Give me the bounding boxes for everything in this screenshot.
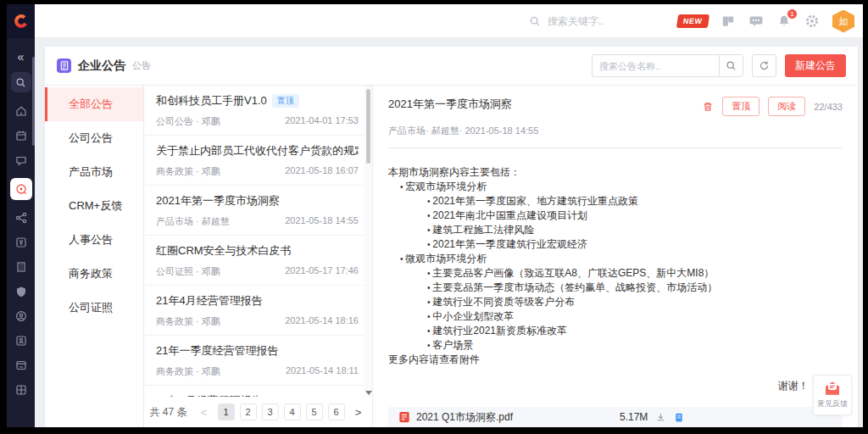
brand-c-logo [13,13,30,30]
global-search-placeholder: 搜索关键字.. [548,14,604,29]
feedback-button[interactable]: 意见反馈 [813,375,852,415]
pagination-next-button[interactable]: > [350,403,367,420]
contacts-icon[interactable] [14,334,28,348]
announcement-row[interactable]: 21年一季度经营管理报告 商务政策 · 邓鹏 2021-05-14 18:11 [144,336,372,386]
new-announcement-button[interactable]: 新建公告 [785,54,846,77]
announcement-row[interactable]: 关于禁止内部员工代收代付客户货款的规定【商... 商务政策 · 邓鹏 2021-… [144,136,372,186]
pagination-prev-button[interactable]: < [196,403,213,420]
announcement-meta: 产品市场 · 郝超慧 [156,215,230,228]
new-badge[interactable]: NEW [676,14,709,28]
nav-sidebar: « [7,4,35,427]
global-search-input[interactable]: 搜索关键字.. [529,4,604,38]
pin-button[interactable]: 置顶 [722,97,760,116]
bell-icon[interactable]: 1 [776,14,792,29]
security-shield-icon[interactable] [14,285,28,298]
schedule-icon[interactable] [14,129,28,142]
list-scrollbar[interactable] [364,86,372,397]
content-area: 全部公告 公司公告 产品市场 CRM+反馈 人事公告 商务政策 公司证照 和创科… [45,86,858,427]
kanban-icon[interactable] [721,14,736,29]
category-list: 全部公告 公司公告 产品市场 CRM+反馈 人事公告 商务政策 公司证照 [45,86,144,427]
announcement-time: 2021-05-14 18:16 [285,315,359,328]
pagination-page-6[interactable]: 6 [328,403,345,420]
preview-icon[interactable] [674,412,684,423]
topbar: 搜索关键字.. NEW 1 [35,4,863,38]
category-item-hr[interactable]: 人事公告 [45,223,143,257]
attachment-name: 2021 Q1市场洞察.pdf [416,410,620,425]
finance-icon[interactable] [14,236,28,249]
detail-body-line: 微观市场环境分析 [400,252,843,266]
delete-icon[interactable] [702,101,714,113]
company-icon[interactable] [14,260,28,274]
detail-title: 2021年第一季度市场洞察 [388,97,512,112]
pagination: 共 47 条 < 1 2 3 4 5 6 > [144,397,372,427]
home-icon[interactable] [14,104,28,118]
detail-body-line: 宏观市场环境分析 [400,180,843,194]
announcement-list-items: 和创科技员工手册V1.0 置顶 公司公告 · 邓鹏 2021-04-01 17:… [144,86,372,397]
sidebar-collapse-button[interactable]: « [18,50,25,64]
detail-body-line: 2021年第一季度建筑行业宏观经济 [427,237,843,252]
pagination-total: 共 47 条 [149,405,186,420]
message-icon[interactable] [14,153,28,167]
share-icon[interactable] [14,211,28,225]
detail-body-line: 主要竞品第一季度市场动态（签约赢单、战略投资、市场活动） [427,281,843,295]
announcement-row[interactable]: 红圈CRM安全与技术白皮书 公司证照 · 邓鹏 2021-05-17 17:46 [144,236,372,286]
gear-icon[interactable] [804,14,820,29]
announcement-time: 2021-05-18 14:55 [285,215,359,228]
download-icon[interactable] [655,412,666,423]
announcement-title: 21年一季度经营管理报告 [156,343,278,359]
device-card-icon[interactable] [14,359,28,372]
chat-icon[interactable] [748,14,764,29]
announcement-row[interactable]: 21年1月经营管理报告 商务政策 · 邓鹏 2021-05-14 18:04 [144,386,372,397]
detail-actions: 置顶 阅读 22/433 [702,97,843,116]
category-item-product[interactable]: 产品市场 [45,155,143,189]
detail-body-line: 建筑行业不同资质等级客户分布 [427,295,843,309]
service-user-icon[interactable] [14,309,28,323]
detail-body-line: 主要竞品客户画像（致远互联A8、广联达GEPS、新中大MI8） [427,266,843,281]
attachment-row[interactable]: 2021 Q1市场洞察.pdf 5.17M [388,407,843,427]
topbar-actions: NEW 1 [677,4,855,38]
assets-grid-icon[interactable] [14,383,28,397]
announcement-row[interactable]: 21年4月经营管理报告 商务政策 · 邓鹏 2021-05-14 18:16 [144,286,372,336]
read-button[interactable]: 阅读 [768,97,805,116]
announcement-row[interactable]: 和创科技员工手册V1.0 置顶 公司公告 · 邓鹏 2021-04-01 17:… [144,86,372,136]
detail-body-line: 2021年第一季度国家、地方建筑行业重点政策 [427,194,843,209]
app-logo[interactable] [7,4,35,38]
announcement-title: 关于禁止内部员工代收代付客户货款的规定【商... [156,143,359,159]
list-scrollbar-thumb[interactable] [366,89,370,164]
refresh-button[interactable] [752,54,776,77]
pagination-page-3[interactable]: 3 [262,403,279,420]
category-item-all[interactable]: 全部公告 [45,87,143,121]
detail-body-line: 建筑行业2021新资质标准改革 [427,324,843,338]
announcement-search-button[interactable] [719,54,743,77]
detail-body-line: 更多内容请查看附件 [388,353,843,367]
detail-body-line: 本期市场洞察内容主要包括： [388,165,843,180]
detail-divider [388,147,843,148]
announcement-search-input[interactable] [592,54,719,77]
announcement-time: 2021-04-01 17:53 [285,115,359,128]
pagination-page-5[interactable]: 5 [306,403,323,420]
announcement-search-group [592,54,743,77]
announcement-meta: 公司公告 · 邓鹏 [156,115,220,128]
pagination-page-2[interactable]: 2 [240,403,257,420]
announcement-time: 2021-05-18 16:07 [285,165,359,178]
announcement-title: 红圈CRM安全与技术白皮书 [156,243,292,259]
detail-body-line: 客户场景 [427,338,843,353]
user-avatar[interactable]: 如 [832,10,854,33]
detail-closing: 谢谢！ [388,379,809,393]
sidebar-search-icon[interactable] [11,72,31,92]
detail-body-line: 2021年南北中国重点建设项目计划 [427,209,843,223]
category-item-license[interactable]: 公司证照 [45,291,143,325]
announcement-title: 2021年第一季度市场洞察 [156,193,280,209]
envelope-icon [824,381,841,396]
category-item-policy[interactable]: 商务政策 [45,257,143,291]
list-scrollbar-down-arrow[interactable] [365,391,372,395]
pagination-page-1[interactable]: 1 [218,403,235,420]
detail-body: 本期市场洞察内容主要包括： 宏观市场环境分析 2021年第一季度国家、地方建筑行… [388,165,843,367]
pinned-badge: 置顶 [272,94,299,108]
announcement-meta: 商务政策 · 邓鹏 [156,315,220,328]
pagination-page-4[interactable]: 4 [284,403,301,420]
announcement-row[interactable]: 2021年第一季度市场洞察 产品市场 · 郝超慧 2021-05-18 14:5… [144,186,372,236]
announcement-icon-active[interactable] [10,178,32,200]
category-item-crm[interactable]: CRM+反馈 [45,189,143,223]
category-item-company[interactable]: 公司公告 [45,121,143,155]
